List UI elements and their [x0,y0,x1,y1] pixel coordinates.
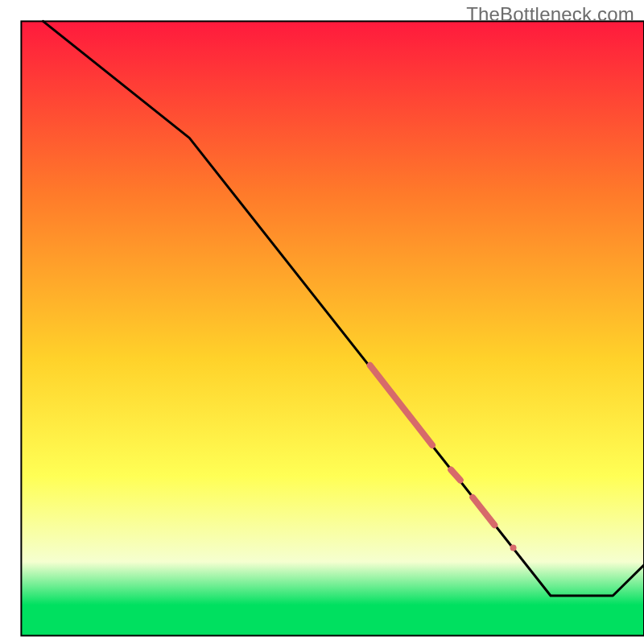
bottleneck-chart [0,0,644,644]
chart-canvas: TheBottleneck.com [0,0,644,644]
highlight-dot [510,544,517,551]
highlight-dots [510,544,517,551]
watermark-text: TheBottleneck.com [466,3,634,26]
plot-background [21,21,644,635]
